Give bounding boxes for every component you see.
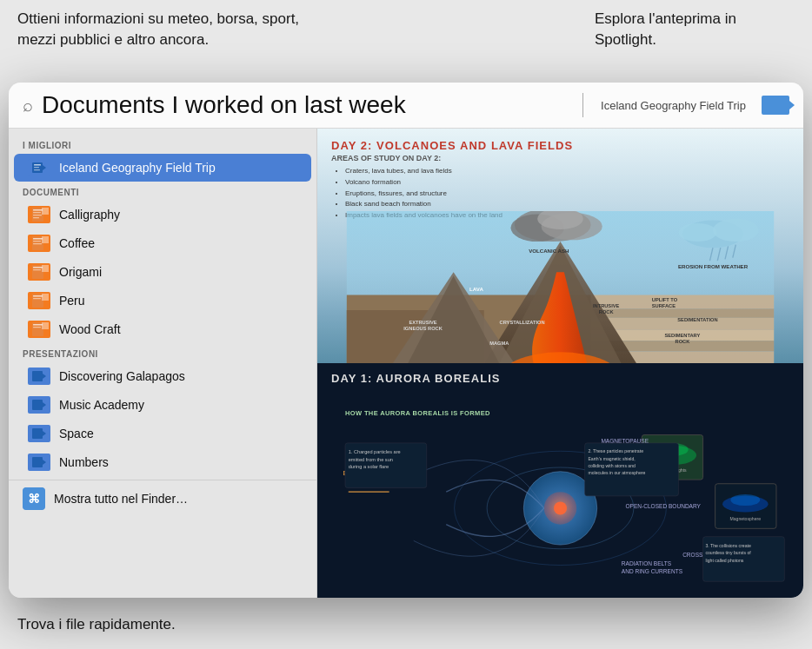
item-label-musicacademy: Music Academy [59,398,144,412]
keynote-icon-space [28,425,50,442]
svg-text:RADIATION BELTS: RADIATION BELTS [622,560,672,566]
svg-text:SEDIMENTARY: SEDIMENTARY [665,332,701,337]
svg-marker-28 [43,431,46,436]
svg-text:Earth's magnetic shield,: Earth's magnetic shield, [588,456,635,461]
svg-text:UPLIFT TO: UPLIFT TO [652,296,678,301]
svg-text:ROCK: ROCK [599,308,615,314]
section-best: I MIGLIORI [9,136,316,153]
sidebar-item-iceland[interactable]: Iceland Geography Field Trip [14,154,311,182]
aurora-section: DAY 1: AURORA BOREALIS [317,363,803,598]
sidebar-item-calligraphy[interactable]: Calligraphy [14,201,311,228]
aurora-diagram: HOW THE AURORA BOREALIS IS FORMED BOW SH… [317,402,803,598]
volcano-subtitle: AREAS OF STUDY ON DAY 2: [331,154,789,162]
svg-rect-25 [32,400,43,410]
svg-rect-16 [33,269,41,270]
preview-panel: DAY 2: VOLCANOES AND LAVA FIELDS AREAS O… [317,129,803,598]
svg-marker-30 [43,460,46,465]
svg-rect-13 [33,243,42,244]
svg-text:⌘: ⌘ [28,492,40,506]
svg-text:SURFACE: SURFACE [652,302,676,308]
svg-rect-2 [34,164,41,166]
sidebar-item-space[interactable]: Space [14,420,311,447]
svg-rect-9 [33,217,39,218]
svg-text:light called photons: light called photons [705,558,743,563]
svg-text:LAVA: LAVA [469,286,483,292]
sidebar-item-peru[interactable]: Peru [14,287,311,315]
svg-text:SEDIMENTATION: SEDIMENTATION [677,317,717,322]
svg-rect-4 [34,169,40,170]
svg-rect-27 [32,428,43,439]
sidebar-item-woodcraft[interactable]: Wood Craft [14,315,311,343]
pages-icon-woodcraft [28,321,50,338]
search-divider [582,93,583,117]
search-query[interactable]: Documents I worked on last week [42,91,574,119]
item-label-origami: Origami [59,265,102,279]
svg-text:1. Charged particles are: 1. Charged particles are [349,449,401,454]
svg-rect-11 [33,238,43,240]
svg-marker-26 [43,402,46,407]
sidebar-item-galapagos[interactable]: Discovering Galapagos [14,362,311,390]
search-preview-label: Iceland Geography Field Trip [601,99,746,112]
svg-text:3. The collisions create: 3. The collisions create [705,543,751,548]
item-label-numbers: Numbers [59,455,109,469]
svg-text:emitted from the sun: emitted from the sun [349,457,393,462]
svg-rect-6 [33,209,43,211]
svg-rect-18 [33,295,43,297]
svg-marker-1 [43,165,46,170]
svg-rect-12 [33,241,41,242]
item-label-galapagos: Discovering Galapagos [59,369,185,383]
svg-text:during a solar flare: during a solar flare [349,464,389,469]
keynote-icon-music [28,396,50,414]
svg-rect-8 [33,215,42,215]
sidebar-item-coffee[interactable]: Coffee [14,229,311,257]
svg-marker-24 [43,374,46,379]
svg-rect-46 [591,308,775,318]
svg-text:VOLCANIC ASH: VOLCANIC ASH [529,248,569,254]
item-label-space: Space [59,427,94,440]
sidebar-item-origami[interactable]: Origami [14,258,311,286]
svg-rect-23 [32,371,43,381]
svg-point-35 [713,218,759,241]
svg-text:CRYSTALLIZATION: CRYSTALLIZATION [500,319,545,324]
main-content: I MIGLIORI Iceland Geography Field Trip … [9,129,803,598]
svg-text:2. These particles penetrate: 2. These particles penetrate [588,448,643,454]
finder-icon: ⌘ [23,487,45,510]
search-icon: ⌕ [23,96,33,116]
svg-text:colliding with atoms and: colliding with atoms and [588,463,636,468]
item-label-peru: Peru [59,294,85,308]
keynote-icon-galapagos [28,368,50,385]
volcano-diagram: VOLCANIC ASH LAVA UPLIFT TO SURFACE EROS… [317,211,803,364]
svg-text:countless tiny bursts of: countless tiny bursts of [705,550,751,555]
annotation-top-left: Ottieni informazioni su meteo, borsa, sp… [17,9,330,50]
section-documents: DOCUMENTI [9,182,316,200]
finder-item[interactable]: ⌘ Mostra tutto nel Finder… [9,480,316,517]
svg-rect-3 [34,167,39,168]
annotation-top-right: Esplora l'anteprima in Spotlight. [595,9,786,50]
svg-text:INTRUSIVE: INTRUSIVE [593,302,620,308]
svg-text:AND RING CURRENTS: AND RING CURRENTS [622,568,683,574]
pages-icon-coffee [28,235,50,252]
item-label-coffee: Coffee [59,236,95,250]
aurora-header: DAY 1: AURORA BOREALIS [317,363,803,390]
svg-text:MAGMA: MAGMA [489,340,509,345]
item-label-calligraphy: Calligraphy [59,208,120,222]
sidebar: I MIGLIORI Iceland Geography Field Trip … [9,129,317,598]
svg-rect-22 [33,327,41,328]
volcano-title: DAY 2: VOLCANOES AND LAVA FIELDS [331,139,789,152]
svg-text:ROCK: ROCK [676,338,691,343]
svg-point-81 [554,501,567,514]
svg-point-90 [730,494,760,506]
preview-doc-icon [762,96,789,115]
section-presentations: PRESENTAZIONI [9,344,316,361]
item-label-woodcraft: Wood Craft [59,322,121,336]
sidebar-item-musicacademy[interactable]: Music Academy [14,391,311,419]
svg-text:OPEN-CLOSED BOUNDARY: OPEN-CLOSED BOUNDARY [626,503,702,509]
svg-rect-7 [33,212,41,213]
svg-rect-15 [33,267,43,268]
svg-text:IGNEOUS ROCK: IGNEOUS ROCK [403,325,443,330]
pages-icon-origami [28,263,50,281]
svg-rect-29 [32,457,43,467]
svg-rect-21 [33,324,43,326]
svg-point-36 [679,223,717,242]
sidebar-item-numbers[interactable]: Numbers [14,448,311,476]
